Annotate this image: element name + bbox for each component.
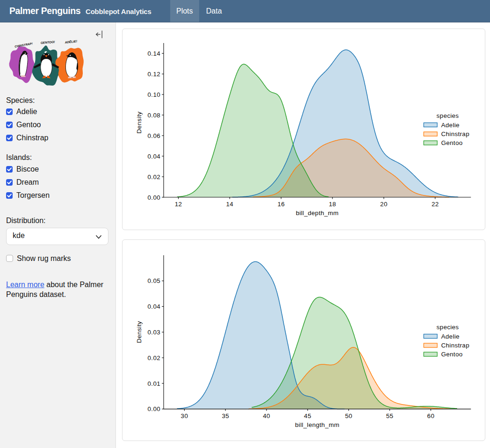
svg-text:18: 18 — [329, 201, 336, 208]
svg-text:60: 60 — [427, 412, 435, 419]
svg-text:species: species — [437, 324, 459, 331]
svg-text:bill_length_mm: bill_length_mm — [295, 421, 339, 428]
svg-text:0.05: 0.05 — [148, 277, 160, 284]
svg-text:GENTOO!: GENTOO! — [41, 40, 56, 44]
svg-text:ADĒLIE!: ADĒLIE! — [64, 39, 78, 44]
svg-text:20: 20 — [380, 201, 388, 208]
svg-text:55: 55 — [386, 412, 394, 419]
svg-text:0.01: 0.01 — [148, 380, 160, 387]
svg-text:0.02: 0.02 — [148, 354, 160, 361]
svg-text:Chinstrap: Chinstrap — [441, 342, 469, 349]
svg-text:30: 30 — [181, 412, 188, 419]
svg-text:Adelie: Adelie — [441, 122, 460, 129]
svg-text:22: 22 — [432, 201, 439, 208]
svg-text:0.04: 0.04 — [148, 153, 161, 160]
svg-text:50: 50 — [345, 412, 353, 419]
svg-text:0.04: 0.04 — [148, 303, 161, 310]
svg-text:Density: Density — [136, 111, 143, 133]
svg-text:Density: Density — [136, 321, 143, 343]
svg-text:0.00: 0.00 — [148, 405, 160, 412]
svg-text:Adelie: Adelie — [441, 333, 460, 340]
svg-text:35: 35 — [222, 412, 229, 419]
svg-text:0.10: 0.10 — [148, 91, 160, 98]
svg-text:0.00: 0.00 — [148, 194, 160, 201]
svg-text:0.02: 0.02 — [148, 173, 160, 181]
svg-text:0.06: 0.06 — [148, 132, 160, 139]
svg-text:Gentoo: Gentoo — [441, 139, 463, 146]
svg-text:0.08: 0.08 — [148, 112, 160, 119]
svg-text:Chinstrap: Chinstrap — [441, 130, 469, 137]
svg-text:Gentoo: Gentoo — [441, 351, 463, 358]
svg-text:14: 14 — [226, 201, 233, 208]
svg-text:40: 40 — [263, 412, 270, 419]
svg-text:16: 16 — [277, 201, 285, 208]
svg-text:12: 12 — [175, 201, 182, 208]
svg-text:0.14: 0.14 — [148, 50, 161, 57]
svg-text:0.03: 0.03 — [148, 329, 160, 336]
svg-text:species: species — [437, 112, 459, 119]
svg-text:bill_depth_mm: bill_depth_mm — [296, 210, 339, 217]
svg-text:0.12: 0.12 — [148, 71, 160, 78]
svg-text:45: 45 — [304, 412, 311, 419]
